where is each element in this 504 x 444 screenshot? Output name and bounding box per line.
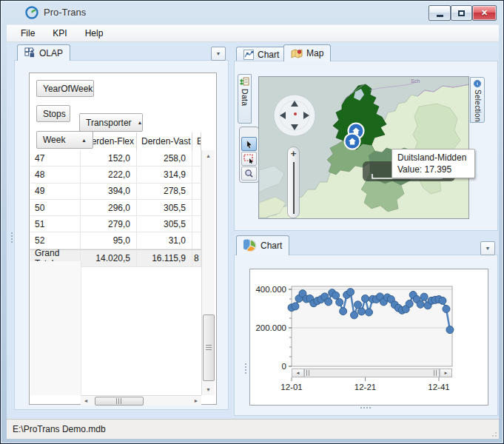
row-header[interactable]: 51 xyxy=(30,216,81,232)
cursor-icon xyxy=(244,139,254,149)
table-cell[interactable] xyxy=(192,232,201,248)
scroll-right-button[interactable]: ► xyxy=(191,396,201,405)
row-header[interactable]: 50 xyxy=(30,200,81,215)
data-point[interactable] xyxy=(365,309,372,316)
data-point[interactable] xyxy=(358,308,366,315)
row-header[interactable]: 49 xyxy=(30,184,81,199)
line-chart-svg[interactable]: 0200.000400.00012-0112-2112-41 xyxy=(250,269,488,405)
data-point[interactable] xyxy=(446,326,454,334)
data-point[interactable] xyxy=(292,303,299,310)
row-header[interactable]: 48 xyxy=(30,166,81,182)
scroll-left-button[interactable]: ◄ xyxy=(81,396,91,405)
table-cell[interactable]: 296,0 xyxy=(81,200,137,215)
table-cell[interactable]: 279,0 xyxy=(81,216,137,232)
tab-olap[interactable]: OLAP xyxy=(17,44,70,61)
title-bar[interactable]: Pro-Trans ✕ xyxy=(1,1,503,24)
table-cell[interactable]: 95,0 xyxy=(81,232,137,248)
row-header[interactable]: 47 xyxy=(30,150,81,166)
table-cell[interactable] xyxy=(192,216,201,232)
table-cell[interactable]: 258,0 xyxy=(137,150,192,166)
scroll-down-button[interactable]: ▼ xyxy=(202,384,215,395)
pointer-tool-button[interactable] xyxy=(241,137,257,151)
data-point[interactable] xyxy=(439,297,446,304)
olap-panel-dropdown-button[interactable]: ▼ xyxy=(211,47,226,61)
side-tab-data[interactable]: Data xyxy=(238,74,252,124)
close-button[interactable]: ✕ xyxy=(472,5,497,21)
table-cell[interactable]: 394,0 xyxy=(81,184,137,199)
field-button-transporter[interactable]: Transporter ▲ xyxy=(79,113,143,132)
field-button-yearofweek[interactable]: YearOfWeek xyxy=(36,80,94,97)
menu-item-file[interactable]: File xyxy=(14,26,41,41)
table-cell[interactable]: 152,0 xyxy=(81,150,137,166)
data-point[interactable] xyxy=(332,292,340,299)
column-header[interactable]: Derden-Vast xyxy=(137,132,192,150)
table-cell[interactable] xyxy=(192,150,201,166)
map-icon xyxy=(291,48,303,59)
data-point[interactable] xyxy=(362,295,369,302)
data-point[interactable] xyxy=(325,298,332,306)
scroll-up-button[interactable]: ▲ xyxy=(202,150,215,161)
range-left-button[interactable]: ◄ xyxy=(292,369,304,377)
field-button-stops[interactable]: Stops xyxy=(36,105,70,122)
tab-map[interactable]: Map xyxy=(283,44,331,61)
data-point[interactable] xyxy=(417,300,424,308)
data-point[interactable] xyxy=(420,293,428,300)
table-cell[interactable] xyxy=(192,200,201,215)
tab-chart-bottom-label: Chart xyxy=(261,240,282,251)
pan-center-dot xyxy=(294,112,297,115)
scrollbar-thumb[interactable] xyxy=(203,314,215,381)
scrollbar-thumb[interactable] xyxy=(95,397,144,406)
maximize-button[interactable] xyxy=(451,5,472,21)
menu-item-help[interactable]: Help xyxy=(78,26,110,41)
zoom-tool-button[interactable] xyxy=(241,166,257,181)
side-tab-data-label: Data xyxy=(241,89,249,106)
pivot-vertical-scrollbar[interactable]: ▲ ▼ xyxy=(201,150,215,395)
field-button-week[interactable]: Week ▲ xyxy=(36,131,93,149)
chart-range-scrollbar[interactable]: ◄ ► xyxy=(292,369,452,377)
data-point[interactable] xyxy=(347,289,355,296)
data-point[interactable] xyxy=(351,312,358,319)
table-cell[interactable]: 16.115,9 xyxy=(137,250,192,266)
menu-item-kpi[interactable]: KPI xyxy=(46,26,73,41)
pan-control[interactable] xyxy=(274,95,315,136)
table-cell[interactable]: 222,0 xyxy=(81,166,137,182)
table-cell[interactable]: 278,5 xyxy=(137,184,192,199)
pivot-horizontal-scrollbar[interactable]: ◄ ► xyxy=(81,395,201,406)
table-cell[interactable] xyxy=(192,184,201,199)
rectangle-select-icon xyxy=(243,154,255,164)
pivot-rows: 47152,0258,048222,0314,949394,0278,55029… xyxy=(30,150,201,267)
table-row: 50296,0305,5 xyxy=(30,200,201,216)
data-point[interactable] xyxy=(336,298,343,306)
zoom-in-icon[interactable]: + xyxy=(288,148,299,159)
map-zoom-slider[interactable]: + xyxy=(287,147,300,218)
table-cell[interactable] xyxy=(192,166,201,182)
tab-chart-bottom[interactable]: Chart xyxy=(236,235,289,255)
zoom-slider-track[interactable] xyxy=(293,162,295,214)
resize-grip[interactable] xyxy=(489,429,497,437)
table-cell[interactable]: 305,5 xyxy=(137,200,192,215)
status-text: E:\ProTrans Demo.mdb xyxy=(13,424,106,434)
table-cell[interactable]: 8 xyxy=(192,250,201,266)
data-point[interactable] xyxy=(340,308,347,315)
data-point[interactable] xyxy=(443,306,450,313)
row-header[interactable]: 52 xyxy=(30,232,81,248)
data-point[interactable] xyxy=(355,301,362,309)
table-cell[interactable]: 31,0 xyxy=(137,232,192,248)
table-cell[interactable]: 314,9 xyxy=(137,166,192,182)
rectangle-select-tool-button[interactable] xyxy=(241,152,257,166)
range-thumb[interactable] xyxy=(304,369,440,377)
table-row: 47152,0258,0 xyxy=(30,150,201,166)
tab-map-label: Map xyxy=(306,48,323,58)
side-tab-selection[interactable]: i Selection xyxy=(470,77,485,123)
range-right-button[interactable]: ► xyxy=(440,369,451,377)
data-point[interactable] xyxy=(406,300,413,308)
table-cell[interactable]: 14.020,5 xyxy=(81,250,137,266)
column-header[interactable]: Eigen xyxy=(192,132,201,150)
table-cell[interactable]: 305,5 xyxy=(137,216,192,232)
map-marker[interactable] xyxy=(345,134,360,149)
minimize-button[interactable] xyxy=(429,5,451,21)
chart-panel-dropdown-button[interactable]: ▼ xyxy=(480,241,495,255)
pivot-grid-icon xyxy=(24,47,36,58)
tab-chart-top[interactable]: Chart xyxy=(236,47,286,61)
pivot-empty-row-header-area xyxy=(30,261,81,395)
